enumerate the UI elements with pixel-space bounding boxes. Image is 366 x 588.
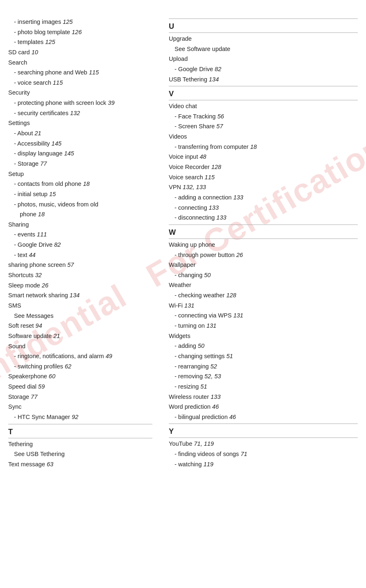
page-number-ref: 46 xyxy=(229,414,236,420)
page-header xyxy=(0,0,366,13)
page-number-ref: 49 xyxy=(105,353,112,359)
section-divider-bottom xyxy=(169,438,358,438)
page-number-ref: 60 xyxy=(49,373,55,380)
list-item: - turning on 131 xyxy=(169,321,358,331)
list-item: Search xyxy=(8,58,152,68)
list-item: - connecting via WPS 131 xyxy=(169,310,358,321)
list-item: - disconnecting 133 xyxy=(169,213,358,223)
list-item: - display language 145 xyxy=(8,148,152,159)
page-number-ref: 111 xyxy=(37,231,47,238)
list-item: - About 21 xyxy=(8,128,152,139)
list-item: Wireless router 133 xyxy=(169,392,358,402)
list-item: - through power button 26 xyxy=(169,250,358,260)
page-number-ref: 133 xyxy=(209,204,219,211)
page-number-ref: 133 xyxy=(217,214,226,221)
list-item: Security xyxy=(8,88,152,98)
page-number-ref: 50 xyxy=(204,272,211,278)
list-item: Soft reset 94 xyxy=(8,321,152,331)
section-divider-bottom xyxy=(169,100,358,100)
list-item: SD card 10 xyxy=(8,47,152,58)
section-divider-bottom xyxy=(169,238,358,239)
section-divider xyxy=(8,424,152,424)
page-number-ref: 131 xyxy=(233,312,243,319)
list-item: See Messages xyxy=(8,311,152,321)
list-item: - adding 50 xyxy=(169,341,358,351)
list-item: - changing settings 51 xyxy=(169,351,358,361)
page-number-ref: 52, 53 xyxy=(205,373,221,380)
page-number-ref: 92 xyxy=(72,414,78,420)
list-item: Settings xyxy=(8,118,152,128)
page-number-ref: 57 xyxy=(68,262,74,268)
section-divider-bottom xyxy=(8,438,152,438)
page-number-ref: 62 xyxy=(65,363,71,370)
page-number-ref: 115 xyxy=(89,69,99,76)
list-item: - Face Tracking 56 xyxy=(169,111,358,122)
page-number-ref: 133 xyxy=(233,194,243,201)
list-item: - changing 50 xyxy=(169,270,358,280)
page-number-ref: 50 xyxy=(198,343,204,349)
page-number-ref: 26 xyxy=(236,252,243,258)
list-item: - removing 52, 53 xyxy=(169,371,358,382)
list-item: - HTC Sync Manager 92 xyxy=(8,412,152,422)
list-item: Storage 77 xyxy=(8,392,152,402)
list-item: - resizing 51 xyxy=(169,382,358,392)
content-area: - inserting images 125- photo blog templ… xyxy=(0,13,366,478)
list-item: Setup xyxy=(8,169,152,179)
list-item: Voice input 48 xyxy=(169,152,358,162)
list-item: Upgrade xyxy=(169,34,358,44)
right-column: UUpgradeSee Software updateUpload- Googl… xyxy=(165,17,358,470)
list-item: YouTube 71, 119 xyxy=(169,439,358,449)
list-item: Speakerphone 60 xyxy=(8,371,152,382)
list-item: Weather xyxy=(169,280,358,290)
section-letter: U xyxy=(169,22,358,31)
page-number-ref: 26 xyxy=(42,282,48,289)
list-item: Sync xyxy=(8,402,152,412)
list-item: - Google Drive 82 xyxy=(169,64,358,74)
page-number-ref: 132, 133 xyxy=(183,184,206,190)
page-number-ref: 71 xyxy=(240,451,247,457)
page-number-ref: 39 xyxy=(108,100,114,106)
section-divider xyxy=(169,19,358,19)
list-item: - switching profiles 62 xyxy=(8,361,152,372)
list-item: - adding a connection 133 xyxy=(169,192,358,203)
page-number-ref: 119 xyxy=(203,461,213,468)
page-number-ref: 71, 119 xyxy=(194,440,214,447)
list-item: - initial setup 15 xyxy=(8,189,152,199)
page-number-ref: 145 xyxy=(64,150,74,157)
list-item: Tethering xyxy=(8,439,152,449)
page-number-ref: 131 xyxy=(184,302,194,309)
page-number-ref: 52 xyxy=(210,363,217,370)
list-item: Sleep mode 26 xyxy=(8,280,152,291)
page-number-ref: 51 xyxy=(200,383,207,390)
page-number-ref: 44 xyxy=(29,252,35,258)
list-item: - voice search 115 xyxy=(8,78,152,88)
list-item: - bilingual prediction 46 xyxy=(169,412,358,422)
page-number-ref: 46 xyxy=(212,403,219,410)
section-divider xyxy=(169,86,358,86)
list-item: - inserting images 125 xyxy=(8,17,152,27)
page-number-ref: 134 xyxy=(209,76,219,83)
page-number-ref: 115 xyxy=(53,79,63,86)
list-item: Sharing xyxy=(8,220,152,230)
page-number-ref: 128 xyxy=(211,164,221,170)
list-item: - security certificates 132 xyxy=(8,108,152,118)
page-number-ref: 82 xyxy=(54,241,61,248)
list-item: - Accessibility 145 xyxy=(8,139,152,149)
list-item: See Software update xyxy=(169,44,358,54)
list-item: Speed dial 59 xyxy=(8,382,152,392)
page-number-ref: 131 xyxy=(206,322,216,329)
page-number-ref: 82 xyxy=(215,66,221,72)
list-item: - finding videos of songs 71 xyxy=(169,449,358,459)
list-item: - Google Drive 82 xyxy=(8,240,152,250)
list-item: - connecting 133 xyxy=(169,203,358,213)
list-item: VPN 132, 133 xyxy=(169,182,358,192)
page-number-ref: 125 xyxy=(45,39,55,45)
page-number-ref: 21 xyxy=(35,130,41,137)
list-item: sharing phone screen 57 xyxy=(8,260,152,270)
section-divider xyxy=(169,424,358,424)
page-number-ref: 18 xyxy=(38,211,44,218)
list-item: USB Tethering 134 xyxy=(169,74,358,85)
list-item: Voice Recorder 128 xyxy=(169,162,358,172)
page-number-ref: 94 xyxy=(35,322,42,329)
page-number-ref: 18 xyxy=(250,144,257,150)
